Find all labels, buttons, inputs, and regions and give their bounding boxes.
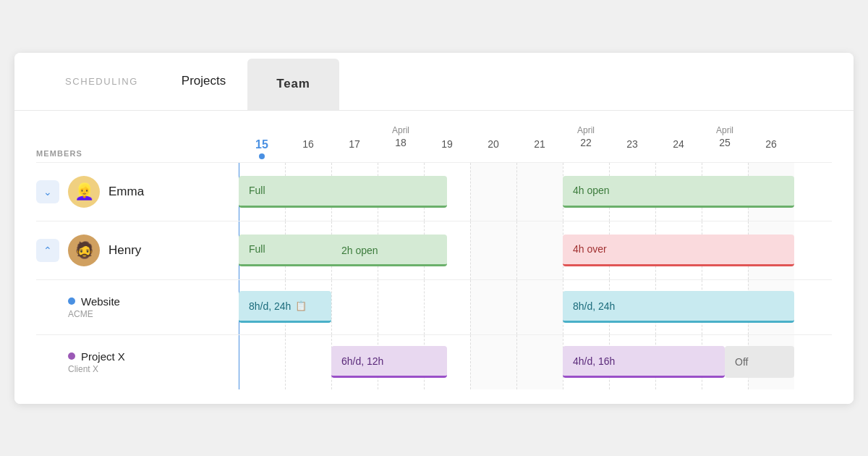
gantt-bar: Full bbox=[239, 176, 447, 208]
expand-toggle-henry[interactable]: ⌃ bbox=[36, 239, 59, 262]
day-num-25: 25 bbox=[702, 137, 748, 148]
dates-area: 151617April18192021April222324April2526 bbox=[239, 125, 832, 162]
nav-projects[interactable]: Projects bbox=[160, 53, 247, 110]
project-name-row-website: Website bbox=[68, 295, 239, 308]
bar-label: 4h over bbox=[573, 243, 607, 255]
member-row-henry: ⌃🧔HenryFull2h open4h over bbox=[36, 221, 832, 279]
date-col-26: 26 bbox=[748, 125, 794, 162]
gantt-bar: 4h/d, 16h bbox=[563, 346, 725, 378]
month-label-18: April bbox=[378, 125, 424, 135]
date-col-23: 23 bbox=[609, 125, 655, 162]
project-info-website: WebsiteACME bbox=[36, 280, 239, 334]
member-info-emma: ⌄👱‍♀️Emma bbox=[36, 163, 239, 221]
project-dot-website bbox=[68, 297, 75, 305]
project-dot-project-x bbox=[68, 352, 75, 360]
nav-team[interactable]: Team bbox=[247, 59, 339, 110]
calendar-body: ⌄👱‍♀️EmmaFull4h open⌃🧔HenryFull2h open4h… bbox=[36, 162, 832, 389]
bar-label: 8h/d, 24h bbox=[249, 300, 291, 312]
date-col-16: 16 bbox=[285, 125, 331, 162]
main-content: MEMBERS 151617April18192021April222324Ap… bbox=[14, 111, 854, 404]
note-icon: 📋 bbox=[295, 300, 307, 311]
member-row-emma: ⌄👱‍♀️EmmaFull4h open bbox=[36, 162, 832, 221]
gantt-bars-website: 8h/d, 24h📋8h/d, 24h bbox=[239, 280, 832, 334]
avatar-henry: 🧔 bbox=[68, 235, 100, 266]
day-num-20: 20 bbox=[470, 138, 516, 150]
app-container: SCHEDULING Projects Team MEMBERS 151617A… bbox=[14, 53, 854, 404]
date-col-21: 21 bbox=[516, 125, 563, 162]
expand-toggle-emma[interactable]: ⌄ bbox=[36, 180, 59, 203]
gantt-bar: 8h/d, 24h📋 bbox=[239, 291, 331, 323]
date-col-24: 24 bbox=[655, 125, 702, 162]
member-name-emma: Emma bbox=[109, 185, 144, 199]
day-num-21: 21 bbox=[516, 138, 563, 150]
gantt-bar: 2h open bbox=[331, 235, 447, 266]
project-name-project-x: Project X bbox=[81, 350, 125, 363]
avatar-emma: 👱‍♀️ bbox=[68, 176, 100, 208]
project-client-project-x: Client X bbox=[68, 364, 239, 374]
gantt-bar: 6h/d, 12h bbox=[331, 346, 447, 378]
day-num-15: 15 bbox=[239, 138, 285, 151]
bar-label: 4h open bbox=[573, 185, 610, 196]
gantt-project-x: 6h/d, 12h4h/d, 16hOff bbox=[239, 335, 832, 389]
date-col-15: 15 bbox=[239, 125, 285, 162]
bar-label: Off bbox=[735, 356, 748, 368]
top-nav: SCHEDULING Projects Team bbox=[14, 53, 854, 111]
project-row-project-x: Project XClient X6h/d, 12h4h/d, 16hOff bbox=[36, 334, 832, 389]
date-col-20: 20 bbox=[470, 125, 516, 162]
bar-label: 2h open bbox=[341, 245, 378, 256]
member-name-henry: Henry bbox=[109, 243, 141, 258]
date-col-17: 17 bbox=[331, 125, 378, 162]
bar-label: Full bbox=[249, 185, 265, 196]
day-num-18: 18 bbox=[378, 137, 424, 148]
day-num-17: 17 bbox=[331, 138, 378, 150]
calendar-wrapper: MEMBERS 151617April18192021April222324Ap… bbox=[36, 125, 832, 389]
date-col-19: 19 bbox=[424, 125, 470, 162]
month-label-25: April bbox=[702, 125, 748, 135]
bar-label: Full bbox=[249, 243, 265, 255]
gantt-bars-henry: Full2h open4h over bbox=[239, 221, 832, 279]
members-label: MEMBERS bbox=[36, 149, 239, 162]
project-name-website: Website bbox=[81, 295, 120, 308]
gantt-bars-emma: Full4h open bbox=[239, 163, 832, 221]
date-col-22: April22 bbox=[563, 125, 609, 162]
nav-scheduling[interactable]: SCHEDULING bbox=[43, 53, 160, 110]
date-col-25: April25 bbox=[702, 125, 748, 162]
member-info-henry: ⌃🧔Henry bbox=[36, 221, 239, 279]
gantt-emma: Full4h open bbox=[239, 163, 832, 221]
project-client-website: ACME bbox=[68, 309, 239, 319]
calendar-header: MEMBERS 151617April18192021April222324Ap… bbox=[36, 125, 832, 162]
gantt-website: 8h/d, 24h📋8h/d, 24h bbox=[239, 280, 832, 334]
gantt-henry: Full2h open4h over bbox=[239, 221, 832, 279]
day-num-26: 26 bbox=[748, 138, 794, 150]
gantt-bar: 4h open bbox=[563, 176, 794, 208]
gantt-bars-project-x: 6h/d, 12h4h/d, 16hOff bbox=[239, 335, 832, 389]
day-num-19: 19 bbox=[424, 138, 470, 150]
today-dot bbox=[259, 153, 265, 159]
gantt-bar: Off bbox=[725, 346, 794, 378]
gantt-bar: 8h/d, 24h bbox=[563, 291, 794, 323]
project-info-project-x: Project XClient X bbox=[36, 335, 239, 389]
date-col-18: April18 bbox=[378, 125, 424, 162]
project-row-website: WebsiteACME8h/d, 24h📋8h/d, 24h bbox=[36, 279, 832, 334]
day-num-23: 23 bbox=[609, 138, 655, 150]
month-label-22: April bbox=[563, 125, 609, 135]
bar-label: 4h/d, 16h bbox=[573, 355, 615, 367]
bar-label: 6h/d, 12h bbox=[341, 355, 383, 367]
day-num-22: 22 bbox=[563, 137, 609, 148]
bar-label: 8h/d, 24h bbox=[573, 300, 615, 312]
project-name-row-project-x: Project X bbox=[68, 350, 239, 363]
day-num-24: 24 bbox=[655, 138, 702, 150]
day-num-16: 16 bbox=[285, 138, 331, 150]
gantt-bar: 4h over bbox=[563, 235, 794, 266]
